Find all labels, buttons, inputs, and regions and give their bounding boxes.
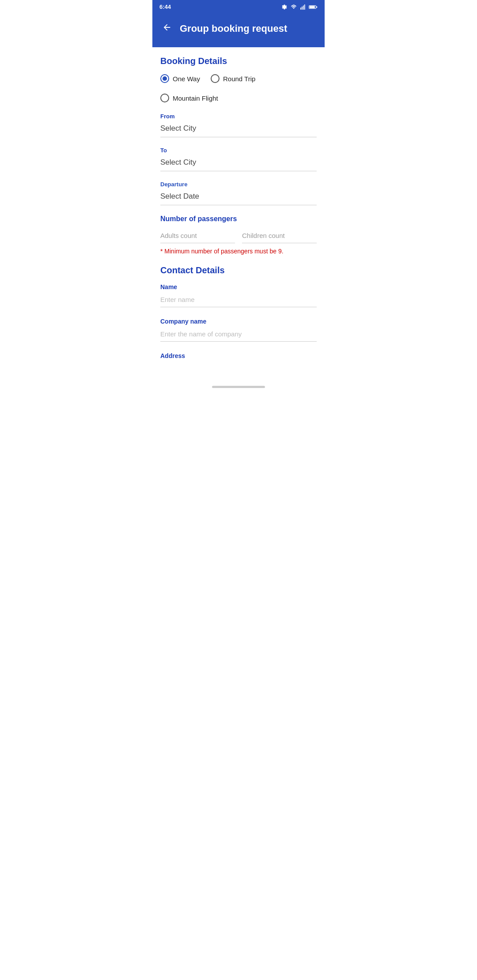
svg-rect-2 bbox=[302, 6, 303, 9]
radio-circle-one-way bbox=[160, 74, 169, 83]
contact-details-title: Contact Details bbox=[160, 265, 317, 275]
departure-value: Select Date bbox=[160, 189, 317, 205]
battery-icon bbox=[309, 4, 318, 10]
adults-field[interactable] bbox=[160, 229, 235, 243]
radio-option-one-way[interactable]: One Way bbox=[160, 74, 200, 83]
name-label: Name bbox=[160, 283, 317, 290]
svg-rect-1 bbox=[300, 8, 301, 10]
status-bar: 6:44 bbox=[152, 0, 325, 14]
min-passengers-notice: * Minimum number of passengers must be 9… bbox=[160, 248, 317, 255]
page-title: Group booking request bbox=[180, 23, 287, 34]
svg-rect-3 bbox=[303, 5, 304, 9]
trip-type-radio-group: One Way Round Trip Mountain Flight bbox=[160, 74, 317, 102]
radio-circle-round-trip bbox=[211, 74, 220, 83]
address-field-group[interactable]: Address bbox=[160, 352, 317, 359]
from-label: From bbox=[160, 113, 317, 120]
settings-icon bbox=[281, 4, 288, 10]
company-label: Company name bbox=[160, 318, 317, 325]
radio-label-one-way: One Way bbox=[173, 75, 200, 83]
svg-rect-6 bbox=[310, 6, 315, 8]
passengers-row bbox=[160, 229, 317, 243]
address-label: Address bbox=[160, 352, 317, 359]
radio-option-mountain-flight[interactable]: Mountain Flight bbox=[160, 94, 218, 102]
booking-details-section: Booking Details One Way Round Trip Mount… bbox=[160, 56, 317, 205]
wifi-icon bbox=[290, 4, 297, 10]
departure-label: Departure bbox=[160, 181, 317, 188]
back-icon bbox=[162, 23, 172, 32]
to-label: To bbox=[160, 147, 317, 154]
company-field-group[interactable]: Company name bbox=[160, 318, 317, 342]
contact-details-section: Contact Details Name Company name Addres… bbox=[160, 265, 317, 359]
page-header: Group booking request bbox=[152, 14, 325, 47]
passengers-section: Number of passengers * Minimum number of… bbox=[160, 215, 317, 255]
departure-field-group[interactable]: Departure Select Date bbox=[160, 181, 317, 205]
status-time: 6:44 bbox=[159, 4, 171, 10]
from-field-group[interactable]: From Select City bbox=[160, 113, 317, 137]
svg-rect-4 bbox=[304, 4, 305, 10]
from-value: Select City bbox=[160, 121, 317, 137]
children-input[interactable] bbox=[242, 229, 317, 243]
back-button[interactable] bbox=[160, 21, 174, 37]
main-content: Booking Details One Way Round Trip Mount… bbox=[152, 47, 325, 379]
passengers-title: Number of passengers bbox=[160, 215, 317, 223]
status-icons bbox=[281, 4, 318, 10]
signal-icon bbox=[300, 4, 306, 10]
to-value: Select City bbox=[160, 155, 317, 171]
svg-rect-7 bbox=[316, 6, 317, 8]
radio-circle-mountain-flight bbox=[160, 94, 169, 102]
adults-input[interactable] bbox=[160, 229, 235, 243]
to-field-group[interactable]: To Select City bbox=[160, 147, 317, 171]
bottom-nav-bar bbox=[212, 386, 265, 388]
name-input[interactable] bbox=[160, 292, 317, 307]
radio-label-round-trip: Round Trip bbox=[223, 75, 255, 83]
radio-label-mountain-flight: Mountain Flight bbox=[173, 94, 218, 102]
company-input[interactable] bbox=[160, 327, 317, 342]
children-field[interactable] bbox=[242, 229, 317, 243]
booking-details-title: Booking Details bbox=[160, 56, 317, 66]
name-field-group[interactable]: Name bbox=[160, 283, 317, 307]
radio-option-round-trip[interactable]: Round Trip bbox=[211, 74, 255, 83]
